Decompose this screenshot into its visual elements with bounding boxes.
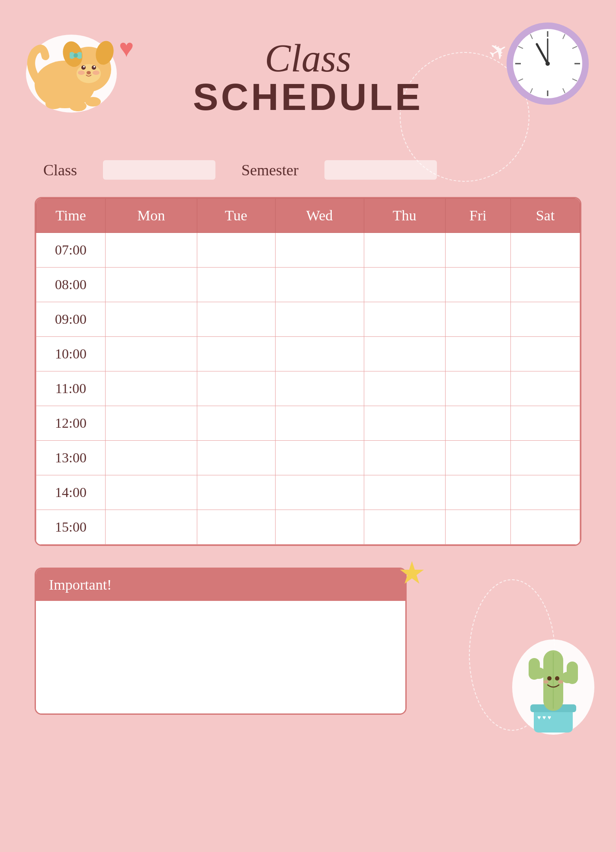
schedule-cell[interactable] bbox=[197, 337, 275, 371]
schedule-cell[interactable] bbox=[106, 475, 197, 510]
schedule-cell[interactable] bbox=[510, 337, 580, 371]
schedule-cell[interactable] bbox=[364, 268, 445, 302]
svg-point-46 bbox=[543, 680, 549, 684]
schedule-cell[interactable] bbox=[106, 337, 197, 371]
schedule-cell[interactable] bbox=[445, 302, 510, 337]
svg-point-8 bbox=[83, 66, 85, 68]
svg-rect-42 bbox=[567, 662, 578, 684]
schedule-cell[interactable] bbox=[364, 371, 445, 406]
dog-sticker bbox=[22, 17, 121, 119]
schedule-cell[interactable] bbox=[106, 371, 197, 406]
heart-sticker: ♥ bbox=[119, 34, 134, 63]
schedule-cell[interactable] bbox=[510, 475, 580, 510]
svg-point-15 bbox=[69, 101, 87, 111]
schedule-cell[interactable] bbox=[445, 510, 510, 545]
schedule-cell[interactable] bbox=[445, 233, 510, 268]
schedule-cell[interactable] bbox=[106, 441, 197, 475]
schedule-cell[interactable] bbox=[510, 268, 580, 302]
schedule-cell[interactable] bbox=[106, 233, 197, 268]
title-schedule: SCHEDULE bbox=[193, 78, 423, 116]
table-row: 13:00 bbox=[36, 441, 580, 475]
table-row: 07:00 bbox=[36, 233, 580, 268]
table-row: 12:00 bbox=[36, 406, 580, 441]
col-tue: Tue bbox=[197, 199, 275, 233]
schedule-cell[interactable] bbox=[197, 441, 275, 475]
schedule-cell[interactable] bbox=[106, 268, 197, 302]
svg-point-16 bbox=[85, 97, 101, 106]
class-label: Class bbox=[43, 161, 77, 179]
schedule-cell[interactable] bbox=[445, 406, 510, 441]
class-input[interactable] bbox=[103, 160, 215, 180]
table-row: 09:00 bbox=[36, 302, 580, 337]
col-thu: Thu bbox=[364, 199, 445, 233]
schedule-cell[interactable] bbox=[106, 510, 197, 545]
schedule-cell[interactable] bbox=[275, 371, 364, 406]
schedule-cell[interactable] bbox=[510, 371, 580, 406]
col-sat: Sat bbox=[510, 199, 580, 233]
schedule-cell[interactable] bbox=[197, 371, 275, 406]
schedule-cell[interactable] bbox=[364, 510, 445, 545]
schedule-cell[interactable] bbox=[364, 441, 445, 475]
svg-point-12 bbox=[93, 71, 99, 75]
schedule-cell[interactable] bbox=[197, 510, 275, 545]
table-row: 10:00 bbox=[36, 337, 580, 371]
schedule-cell[interactable] bbox=[445, 475, 510, 510]
time-cell: 15:00 bbox=[36, 510, 106, 545]
semester-label: Semester bbox=[241, 161, 298, 179]
schedule-cell[interactable] bbox=[197, 268, 275, 302]
schedule-cell[interactable] bbox=[364, 406, 445, 441]
schedule-cell[interactable] bbox=[197, 233, 275, 268]
schedule-cell[interactable] bbox=[364, 475, 445, 510]
schedule-cell[interactable] bbox=[510, 302, 580, 337]
schedule-cell[interactable] bbox=[445, 371, 510, 406]
schedule-cell[interactable] bbox=[275, 233, 364, 268]
schedule-cell[interactable] bbox=[445, 441, 510, 475]
schedule-cell[interactable] bbox=[197, 406, 275, 441]
schedule-cell[interactable] bbox=[275, 268, 364, 302]
star-sticker: ★ bbox=[398, 555, 426, 591]
important-container: Important! bbox=[35, 568, 407, 715]
time-cell: 09:00 bbox=[36, 302, 106, 337]
schedule-cell[interactable] bbox=[510, 233, 580, 268]
svg-point-44 bbox=[547, 676, 552, 681]
schedule-cell[interactable] bbox=[445, 268, 510, 302]
table-row: 14:00 bbox=[36, 475, 580, 510]
schedule-cell[interactable] bbox=[364, 233, 445, 268]
schedule-cell[interactable] bbox=[364, 302, 445, 337]
table-row: 08:00 bbox=[36, 268, 580, 302]
page: ♥ Class SCHEDULE ✈ bbox=[0, 0, 616, 852]
important-body[interactable] bbox=[36, 601, 405, 713]
time-cell: 12:00 bbox=[36, 406, 106, 441]
time-cell: 07:00 bbox=[36, 233, 106, 268]
col-time: Time bbox=[36, 199, 106, 233]
schedule-cell[interactable] bbox=[364, 337, 445, 371]
header-title: Class SCHEDULE bbox=[193, 39, 423, 116]
header: ♥ Class SCHEDULE ✈ bbox=[35, 26, 581, 139]
col-fri: Fri bbox=[445, 199, 510, 233]
schedule-cell[interactable] bbox=[445, 337, 510, 371]
schedule-cell[interactable] bbox=[275, 441, 364, 475]
schedule-cell[interactable] bbox=[106, 406, 197, 441]
title-class: Class bbox=[193, 39, 423, 78]
time-cell: 08:00 bbox=[36, 268, 106, 302]
schedule-cell[interactable] bbox=[275, 406, 364, 441]
schedule-cell[interactable] bbox=[510, 510, 580, 545]
schedule-cell[interactable] bbox=[510, 406, 580, 441]
time-cell: 11:00 bbox=[36, 371, 106, 406]
schedule-cell[interactable] bbox=[510, 441, 580, 475]
table-header-row: Time Mon Tue Wed Thu Fri Sat bbox=[36, 199, 580, 233]
schedule-cell[interactable] bbox=[197, 475, 275, 510]
schedule-cell[interactable] bbox=[275, 510, 364, 545]
cactus-sticker: ♥ ♥ ♥ bbox=[508, 611, 599, 741]
schedule-cell[interactable] bbox=[275, 475, 364, 510]
schedule-cell[interactable] bbox=[275, 337, 364, 371]
important-header: Important! bbox=[36, 569, 405, 601]
time-cell: 14:00 bbox=[36, 475, 106, 510]
time-cell: 10:00 bbox=[36, 337, 106, 371]
semester-input[interactable] bbox=[324, 160, 437, 180]
schedule-body: 07:0008:0009:0010:0011:0012:0013:0014:00… bbox=[36, 233, 580, 545]
schedule-cell[interactable] bbox=[275, 302, 364, 337]
svg-point-9 bbox=[93, 66, 95, 68]
schedule-cell[interactable] bbox=[106, 302, 197, 337]
schedule-cell[interactable] bbox=[197, 302, 275, 337]
